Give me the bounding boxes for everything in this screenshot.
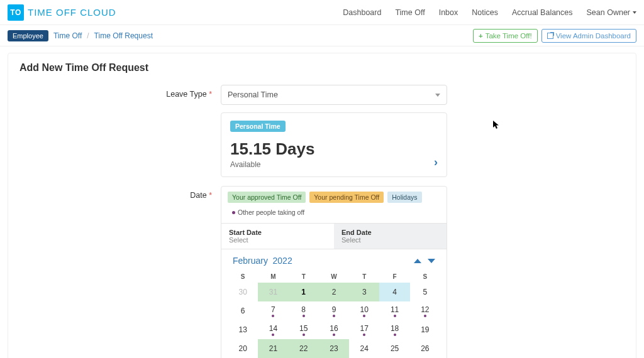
breadcrumb-request[interactable]: Time Off Request	[94, 31, 153, 40]
other-people-dot-icon	[363, 334, 365, 336]
legend-others: Other people taking off	[228, 207, 309, 218]
legend-pending: Your pending Time Off	[309, 192, 384, 203]
leave-type-value: Personal Time	[228, 90, 278, 99]
leave-type-label-text: Leave Type	[166, 90, 206, 99]
breadcrumb-timeoff[interactable]: Time Off	[53, 31, 82, 40]
leave-type-label: Leave Type *	[19, 85, 221, 177]
calendar-title-wrap[interactable]: February 2022	[233, 256, 292, 266]
mouse-cursor-icon	[493, 121, 499, 129]
dow-header: F	[379, 271, 409, 283]
end-date-tab[interactable]: End Date Select	[334, 224, 447, 249]
calendar-day[interactable]: 12	[410, 301, 440, 320]
other-people-dot-icon	[272, 334, 274, 336]
dow-header: T	[349, 271, 379, 283]
brand-logo: TO	[8, 4, 24, 21]
row-date: Date * Your approved Time Off Your pendi…	[19, 186, 625, 358]
calendar-day[interactable]: 13	[228, 320, 258, 339]
calendar-day[interactable]: 2	[319, 283, 349, 301]
calendar-year-val: 2022	[273, 256, 292, 266]
balance-details-button[interactable]: ›	[434, 156, 438, 169]
breadcrumb: Employee Time Off / Time Off Request	[8, 30, 153, 41]
calendar-next-button[interactable]	[428, 259, 435, 263]
calendar-day[interactable]: 16	[319, 320, 349, 339]
calendar-day[interactable]: 18	[379, 320, 409, 339]
calendar-day[interactable]: 17	[349, 320, 379, 339]
start-date-label: Start Date	[229, 229, 326, 236]
calendar-day[interactable]: 25	[379, 339, 409, 358]
take-time-off-label: Take Time Off!	[486, 32, 532, 40]
date-label-text: Date	[190, 191, 206, 200]
legend-holidays: Holidays	[387, 192, 421, 203]
balance-value: 15.15 Days	[230, 139, 314, 159]
calendar-day[interactable]: 22	[289, 339, 319, 358]
role-badge: Employee	[8, 30, 48, 41]
nav-inbox[interactable]: Inbox	[439, 8, 458, 17]
balance-sub: Available	[230, 160, 314, 169]
chevron-down-icon	[435, 94, 440, 97]
other-people-dot-icon	[303, 315, 305, 317]
balance-tag: Personal Time	[230, 121, 286, 132]
dow-header: S	[410, 271, 440, 283]
calendar-day[interactable]: 31	[258, 283, 288, 301]
view-admin-button[interactable]: View Admin Dashboard	[541, 29, 636, 43]
nav-links: Dashboard Time Off Inbox Notices Accrual…	[343, 8, 636, 17]
nav-dashboard[interactable]: Dashboard	[343, 8, 381, 17]
nav-user-menu[interactable]: Sean Owner	[587, 8, 636, 17]
other-people-dot-icon	[394, 334, 396, 336]
calendar-day[interactable]: 21	[258, 339, 288, 358]
calendar-day[interactable]: 4	[379, 283, 409, 301]
calendar-day[interactable]: 19	[410, 320, 440, 339]
end-date-label: End Date	[341, 229, 439, 236]
other-people-dot-icon	[363, 315, 365, 317]
calendar-day[interactable]: 14	[258, 320, 288, 339]
breadcrumb-sep: /	[87, 31, 89, 40]
start-date-tab[interactable]: Start Date Select	[221, 224, 334, 249]
leave-type-select[interactable]: Personal Time	[221, 85, 447, 105]
calendar-day[interactable]: 30	[228, 283, 258, 301]
sub-actions: + Take Time Off! View Admin Dashboard	[473, 29, 636, 43]
calendar-day[interactable]: 23	[319, 339, 349, 358]
calendar-day[interactable]: 8	[289, 301, 319, 320]
page-title: Add New Time Off Request	[19, 62, 625, 73]
calendar-grid: SMTWTFS303112345678910111213141516171819…	[221, 268, 447, 358]
nav-timeoff[interactable]: Time Off	[395, 8, 425, 17]
calendar-day[interactable]: 7	[258, 301, 288, 320]
other-people-dot-icon	[272, 315, 274, 317]
calendar-month: February	[233, 256, 268, 266]
calendar-day[interactable]: 6	[228, 301, 258, 320]
view-admin-label: View Admin Dashboard	[556, 32, 631, 40]
calendar-day[interactable]: 5	[410, 283, 440, 301]
calendar-day[interactable]: 9	[319, 301, 349, 320]
brand-name: TIME OFF CLOUD	[28, 7, 116, 18]
calendar-day[interactable]: 3	[349, 283, 379, 301]
dow-header: T	[289, 271, 319, 283]
calendar-prev-button[interactable]	[414, 259, 421, 263]
other-people-dot-icon	[424, 315, 426, 317]
calendar-day[interactable]: 1	[289, 283, 319, 301]
calendar-day[interactable]: 15	[289, 320, 319, 339]
calendar-day[interactable]: 26	[410, 339, 440, 358]
required-mark: *	[209, 90, 212, 99]
calendar-header: February 2022	[221, 249, 447, 268]
date-tabs: Start Date Select End Date Select	[221, 223, 447, 249]
other-people-dot-icon	[333, 334, 335, 336]
take-time-off-button[interactable]: + Take Time Off!	[473, 29, 538, 43]
dow-header: W	[319, 271, 349, 283]
nav-accrual[interactable]: Accrual Balances	[512, 8, 573, 17]
other-people-dot-icon	[333, 315, 335, 317]
calendar-day[interactable]: 10	[349, 301, 379, 320]
calendar-day[interactable]: 11	[379, 301, 409, 320]
calendar-day[interactable]: 24	[349, 339, 379, 358]
nav-notices[interactable]: Notices	[472, 8, 498, 17]
main-card: Add New Time Off Request Leave Type * Pe…	[8, 53, 636, 358]
legend: Your approved Time Off Your pending Time…	[221, 187, 447, 223]
legend-approved: Your approved Time Off	[228, 192, 306, 203]
other-people-dot-icon	[394, 315, 396, 317]
brand[interactable]: TO TIME OFF CLOUD	[8, 4, 116, 21]
date-label: Date *	[19, 186, 221, 358]
calendar-day[interactable]: 20	[228, 339, 258, 358]
dow-header: S	[228, 271, 258, 283]
calendar-card: Your approved Time Off Your pending Time…	[221, 186, 447, 358]
top-nav: TO TIME OFF CLOUD Dashboard Time Off Inb…	[0, 0, 644, 25]
required-mark: *	[209, 191, 212, 200]
